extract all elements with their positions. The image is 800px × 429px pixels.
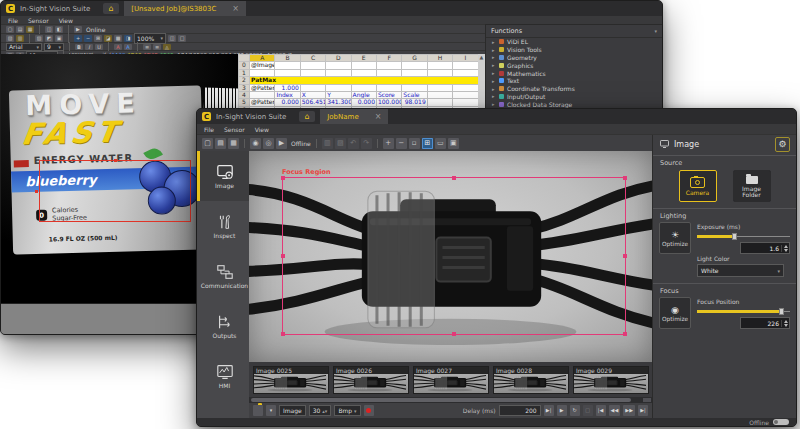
fps-spinner[interactable]: 30 ▴▾ (309, 405, 332, 416)
filmstrip-thumbnail[interactable]: Image 0025 (253, 366, 329, 394)
roi-anchor-mark[interactable] (114, 159, 117, 162)
filmstrip-thumbnail[interactable]: Image 0026 (333, 366, 409, 394)
new-job-icon[interactable]: ▢ (202, 138, 213, 149)
cell[interactable]: 0.000 (351, 99, 376, 106)
function-category-input-output[interactable]: ▸Input/Output (486, 93, 662, 101)
save-job-icon[interactable]: ▦ (26, 26, 34, 33)
lighting-optimize-button[interactable]: ☀ Optimize (659, 222, 691, 254)
back-job-tab[interactable]: [Unsaved Job]@IS3803C × (124, 1, 246, 16)
slider-knob[interactable] (779, 308, 784, 315)
menu-view[interactable]: View (255, 126, 269, 133)
col-header[interactable]: G (402, 55, 427, 62)
copy-icon[interactable]: ◩ (45, 35, 53, 42)
row-header[interactable]: 1 (239, 69, 250, 76)
font-family-combo[interactable]: Arial ▾ (6, 43, 42, 51)
cell[interactable] (453, 92, 478, 99)
source-box[interactable]: Image (279, 405, 306, 416)
roi-handle[interactable] (452, 332, 456, 336)
cell[interactable] (376, 84, 401, 91)
cell[interactable] (402, 84, 427, 91)
cell[interactable]: @Patterns (250, 84, 275, 91)
offline-label[interactable]: Offline (291, 140, 311, 147)
function-category-text[interactable]: ▸Text (486, 77, 662, 85)
cell[interactable]: 1.000 (275, 84, 300, 91)
expand-chevron-icon[interactable]: ▸ (492, 93, 496, 99)
expand-chevron-icon[interactable]: ▸ (492, 78, 496, 84)
new-job-icon[interactable]: ▢ (6, 26, 14, 33)
cell[interactable]: @Image (250, 62, 275, 69)
open-job-icon[interactable]: ▤ (215, 138, 226, 149)
menu-sensor[interactable]: Sensor (224, 126, 245, 133)
zoom-fit-icon[interactable]: ⊞ (94, 35, 102, 42)
zoom-actual-icon[interactable]: ▫ (409, 138, 420, 149)
cut-icon[interactable]: ▨ (35, 35, 43, 42)
expand-chevron-icon[interactable]: ▸ (492, 54, 496, 60)
offline-play-icon[interactable]: ▶ (276, 138, 287, 149)
cell[interactable]: Scale (402, 92, 427, 99)
front-tab-close-icon[interactable]: × (375, 112, 382, 121)
undo-icon[interactable]: ↶ (348, 138, 359, 149)
function-category-geometry[interactable]: ▸Geometry (486, 54, 662, 62)
cell-state-icon[interactable]: ◬ (163, 44, 171, 50)
patmax-banner[interactable]: PatMax (250, 77, 479, 84)
expand-chevron-icon[interactable]: ▸ (492, 62, 496, 68)
col-header[interactable]: C (300, 55, 325, 62)
cell[interactable] (376, 62, 401, 69)
function-category-vision-tools[interactable]: ▸Vision Tools (486, 46, 662, 54)
cell[interactable] (402, 62, 427, 69)
cell[interactable] (427, 99, 452, 106)
cell[interactable] (275, 69, 300, 76)
row-header[interactable]: 2 (239, 77, 250, 84)
sensor-setup-icon[interactable]: ◧ (55, 26, 63, 33)
grid-toggle-icon[interactable]: ▩ (114, 35, 122, 42)
align-center-icon[interactable]: ≡ (153, 44, 161, 50)
function-category-coordinate-transforms[interactable]: ▸Coordinate Transforms (486, 85, 662, 93)
focus-optimize-button[interactable]: ◉ Optimize (659, 297, 691, 329)
roi-side-mark[interactable] (35, 190, 38, 193)
grid-corner[interactable] (239, 55, 250, 62)
play-button[interactable]: ▶ (557, 405, 567, 416)
slider-knob[interactable] (732, 233, 737, 240)
roi-handle[interactable] (623, 176, 627, 180)
menu-file[interactable]: File (8, 17, 18, 24)
exposure-slider[interactable] (697, 232, 790, 241)
front-home-button[interactable]: ⌂ (299, 111, 315, 122)
cell[interactable] (453, 84, 478, 91)
overlay-toggle-icon[interactable]: ◨ (124, 35, 132, 42)
delay-input[interactable]: 200 (499, 405, 541, 416)
col-header[interactable]: E (351, 55, 376, 62)
folder-dropdown-button[interactable]: ▾ (266, 405, 276, 416)
col-header[interactable]: I (453, 55, 478, 62)
row-header[interactable]: 4 (239, 92, 250, 99)
cell[interactable]: 506.451 (300, 99, 325, 106)
filmstrip-thumbnail[interactable]: Image 0028 (493, 366, 569, 394)
roi-handle[interactable] (281, 332, 285, 336)
light-color-dropdown[interactable]: White ▾ (697, 264, 784, 277)
col-header[interactable]: A (250, 55, 275, 62)
align-left-icon[interactable]: ≡ (143, 44, 151, 50)
zoom-region-icon[interactable]: ▭ (435, 138, 446, 149)
cell[interactable] (427, 84, 452, 91)
roi-handle[interactable] (623, 332, 627, 336)
scrollbar-end[interactable] (643, 398, 651, 402)
first-image-button[interactable]: |◀ (596, 405, 606, 416)
sidebar-item-image[interactable]: Image (197, 151, 249, 201)
trigger-icon[interactable]: ◎ (263, 138, 274, 149)
cell[interactable] (427, 69, 452, 76)
expand-chevron-icon[interactable]: ▸ (492, 47, 496, 53)
zoom-level-combo[interactable]: 100% ▾ (134, 33, 166, 44)
col-header[interactable]: F (376, 55, 401, 62)
cell[interactable] (300, 62, 325, 69)
sensor-connect-icon[interactable]: ◫ (45, 26, 53, 33)
cell[interactable] (326, 84, 351, 91)
functions-palette-header[interactable]: Functions ▾ (486, 25, 662, 38)
cell[interactable] (453, 69, 478, 76)
image-folder-source-button[interactable]: Image Folder (733, 170, 771, 202)
function-category-clocked-data-storage[interactable]: ▸Clocked Data Storage (486, 100, 662, 108)
focus-position-spinbox[interactable]: 226 (740, 317, 790, 329)
cell[interactable] (326, 69, 351, 76)
insert-function-icon[interactable]: ▧ (6, 35, 14, 42)
sidebar-item-hmi[interactable]: HMI (197, 351, 249, 401)
cell[interactable] (351, 62, 376, 69)
cell[interactable] (351, 84, 376, 91)
